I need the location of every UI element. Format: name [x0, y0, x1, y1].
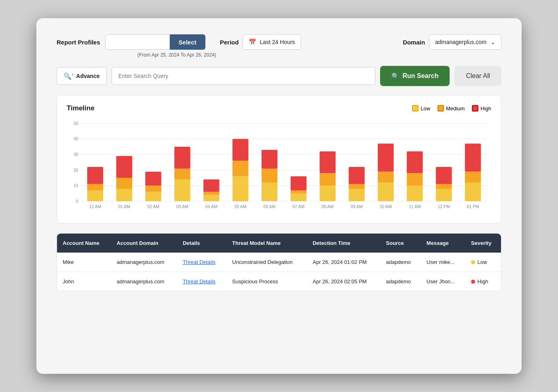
svg-rect-58	[407, 152, 423, 173]
calendar-icon: 📅	[249, 38, 256, 46]
svg-text:12 AM: 12 AM	[89, 204, 101, 209]
svg-text:03 AM: 03 AM	[176, 204, 188, 209]
clear-all-button[interactable]: Clear All	[454, 66, 501, 86]
cell-threat-model: Suspicious Process	[226, 272, 307, 291]
period-label: Period	[220, 39, 239, 46]
svg-rect-66	[465, 143, 481, 171]
svg-rect-53	[378, 172, 394, 183]
svg-rect-48	[349, 189, 365, 201]
top-bar: Report Profiles Select Period 📅 Last 24 …	[57, 34, 501, 50]
svg-rect-32	[232, 176, 249, 201]
svg-rect-62	[436, 167, 452, 184]
legend-high: High	[472, 105, 491, 112]
svg-rect-16	[116, 189, 132, 201]
run-search-button[interactable]: 🔍 Run Search	[380, 66, 450, 86]
cell-details[interactable]: Threat Details	[177, 253, 226, 272]
svg-text:30: 30	[74, 152, 78, 157]
svg-text:04 AM: 04 AM	[205, 204, 218, 209]
col-account-name: Account Name	[57, 234, 111, 253]
svg-rect-61	[436, 184, 452, 189]
svg-rect-52	[378, 183, 394, 201]
svg-rect-60	[436, 189, 452, 201]
svg-rect-56	[407, 185, 423, 201]
legend-high-box	[472, 105, 478, 112]
svg-rect-49	[349, 184, 365, 189]
svg-rect-14	[87, 167, 104, 184]
svg-rect-17	[116, 178, 132, 189]
svg-rect-42	[291, 176, 307, 190]
svg-rect-50	[349, 167, 365, 184]
svg-text:06 AM: 06 AM	[264, 204, 276, 209]
search-bar: 🔍+ Advance 🔍 Run Search Clear All	[57, 66, 501, 86]
main-window: Report Profiles Select Period 📅 Last 24 …	[36, 18, 522, 374]
svg-rect-18	[116, 156, 132, 178]
svg-text:10: 10	[74, 183, 78, 188]
svg-rect-26	[174, 147, 190, 169]
cell-source: adapdemo	[380, 272, 421, 291]
svg-rect-29	[203, 192, 220, 195]
cell-source: adapdemo	[380, 253, 421, 272]
col-details: Details	[177, 234, 226, 253]
cell-severity: Low	[465, 253, 501, 272]
search-input[interactable]	[112, 67, 375, 85]
advance-search-icon: 🔍+	[63, 72, 74, 80]
cell-severity: High	[465, 272, 501, 291]
cell-details[interactable]: Threat Details	[177, 272, 226, 291]
table-header-row: Account Name Account Domain Details Thre…	[57, 234, 501, 253]
svg-rect-34	[232, 139, 249, 161]
svg-rect-64	[465, 183, 481, 201]
advance-button[interactable]: 🔍+ Advance	[57, 67, 107, 85]
svg-rect-46	[319, 152, 336, 173]
svg-rect-37	[262, 169, 278, 183]
period-section: Period 📅 Last 24 Hours	[220, 34, 301, 50]
svg-rect-21	[145, 185, 161, 192]
domain-dropdown[interactable]: admanagerplus.com ⌄	[429, 34, 501, 50]
svg-text:0: 0	[76, 199, 78, 204]
period-text: Last 24 Hours	[260, 39, 295, 45]
period-value[interactable]: 📅 Last 24 Hours	[243, 34, 301, 50]
svg-rect-65	[465, 172, 481, 183]
table-card: Account Name Account Domain Details Thre…	[57, 233, 501, 291]
svg-rect-57	[407, 173, 423, 185]
svg-text:11 AM: 11 AM	[409, 204, 421, 209]
legend-high-label: High	[480, 105, 491, 112]
chart-header: Timeline Low Medium High	[67, 104, 491, 112]
cell-threat-model: Unconstrained Delegation	[226, 253, 307, 272]
period-sub: (From Apr 25, 2024 To Apr 26, 2024)	[137, 52, 501, 58]
cell-account-domain: admanagerplus.com	[111, 272, 177, 291]
col-severity: Severity	[465, 234, 501, 253]
svg-rect-41	[291, 190, 307, 194]
svg-text:01 AM: 01 AM	[118, 204, 130, 209]
svg-text:01 PM: 01 PM	[467, 204, 479, 209]
select-button[interactable]: Select	[170, 34, 205, 50]
svg-text:10 AM: 10 AM	[380, 204, 392, 209]
svg-rect-20	[145, 192, 161, 201]
domain-label: Domain	[403, 39, 425, 46]
svg-rect-28	[203, 195, 220, 201]
svg-text:07 AM: 07 AM	[292, 204, 304, 209]
svg-rect-36	[262, 183, 278, 201]
report-profiles-input[interactable]	[105, 34, 170, 50]
svg-rect-22	[145, 172, 161, 186]
col-threat-model: Threat Model Name	[226, 234, 307, 253]
cell-message: User Jhon...	[421, 272, 465, 291]
legend-medium: Medium	[438, 105, 465, 112]
col-source: Source	[380, 234, 421, 253]
svg-text:05 AM: 05 AM	[235, 204, 247, 209]
table-row: John admanagerplus.com Threat Details Su…	[57, 272, 501, 291]
svg-text:12 PM: 12 PM	[438, 204, 450, 209]
col-account-domain: Account Domain	[111, 234, 177, 253]
svg-rect-33	[232, 161, 249, 177]
svg-rect-30	[203, 179, 220, 192]
chart-legend: Low Medium High	[412, 105, 491, 112]
svg-text:20: 20	[74, 168, 78, 173]
svg-rect-25	[174, 169, 190, 179]
svg-rect-44	[319, 185, 336, 201]
data-table: Account Name Account Domain Details Thre…	[57, 234, 501, 291]
report-profiles-label: Report Profiles	[57, 39, 100, 46]
cell-detection-time: Apr 26, 2024 01:02 PM	[307, 253, 380, 272]
svg-text:09 AM: 09 AM	[351, 204, 363, 209]
svg-text:02 AM: 02 AM	[147, 204, 159, 209]
legend-medium-box	[438, 105, 444, 112]
legend-medium-label: Medium	[446, 105, 465, 112]
